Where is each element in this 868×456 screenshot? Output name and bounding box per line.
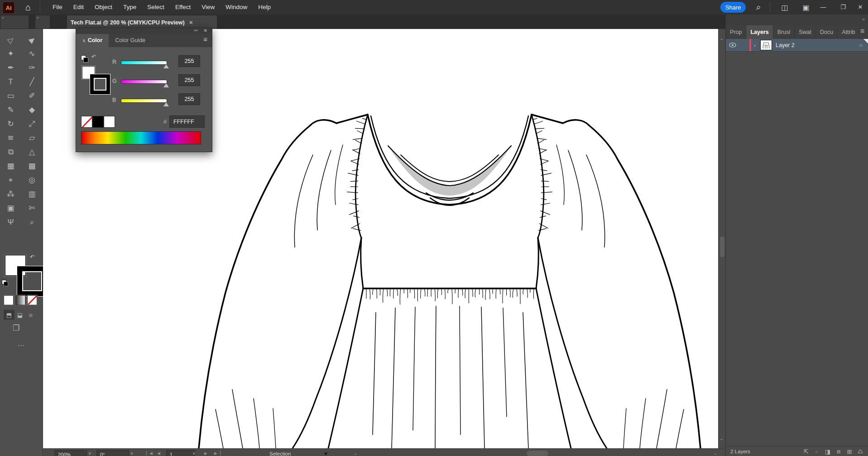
color-panel-titlebar[interactable]: «« ✕ <box>76 28 212 34</box>
layer-name[interactable]: Layer 2 <box>776 42 853 48</box>
window-restore-button[interactable]: ❐ <box>835 0 851 14</box>
green-value-field[interactable]: 255 <box>178 74 200 86</box>
panel-tab-prop[interactable]: Prop <box>726 25 746 39</box>
zoom-tool[interactable]: ⌕ <box>21 215 43 229</box>
stroke-proxy-swatch[interactable] <box>90 74 110 94</box>
expand-dock-icon[interactable]: » <box>862 16 865 22</box>
scroll-up-icon[interactable]: ⌃ <box>719 38 724 44</box>
menu-view[interactable]: View <box>196 0 220 14</box>
gradient-button[interactable] <box>15 295 25 305</box>
panel-tab-docu[interactable]: Docu <box>816 25 838 39</box>
free-transform-tool[interactable]: ▱ <box>21 131 43 145</box>
lasso-tool[interactable]: ∿ <box>21 47 43 61</box>
search-icon[interactable]: ⌕ <box>753 1 764 13</box>
magic-wand-tool[interactable]: ✦ <box>0 47 21 61</box>
window-minimize-button[interactable]: — <box>815 0 831 14</box>
horizontal-scroll-thumb[interactable] <box>527 451 548 456</box>
close-panel-icon[interactable]: ✕ <box>204 28 207 33</box>
default-colors-icon[interactable] <box>81 55 88 62</box>
new-sublayer-icon[interactable]: ⧈ <box>833 448 844 455</box>
symbol-sprayer-tool[interactable]: ⁂ <box>0 187 21 201</box>
toolbar-dock-header[interactable]: « <box>0 15 29 29</box>
first-artboard-icon[interactable]: ▏◀ <box>146 451 153 456</box>
rectangle-tool[interactable]: ▭ <box>0 89 21 103</box>
white-swatch[interactable] <box>104 116 115 128</box>
expand-dock-icon[interactable]: » <box>37 15 39 20</box>
blend-tool[interactable]: ◎ <box>21 173 43 187</box>
vertical-scroll-thumb[interactable] <box>720 236 724 257</box>
black-swatch[interactable] <box>92 116 104 128</box>
none-button[interactable] <box>27 295 37 305</box>
tab-close-icon[interactable]: ✕ <box>189 19 193 26</box>
rotation-dropdown-icon[interactable]: ∨ <box>130 451 134 456</box>
paintbrush-tool[interactable]: ✐ <box>21 89 43 103</box>
artboard-number-field[interactable]: 1 <box>166 450 195 456</box>
swap-fill-stroke-icon[interactable]: ↷ <box>30 254 35 260</box>
red-slider[interactable] <box>121 61 167 65</box>
gradient-tool[interactable]: ▩ <box>21 159 43 173</box>
shape-builder-tool[interactable]: ⧉ <box>0 145 21 159</box>
vertical-scrollbar[interactable]: ⌃ ⌄ <box>718 29 726 448</box>
previous-artboard-icon[interactable]: ◀ <box>157 451 160 456</box>
column-graph-tool[interactable]: ▥ <box>21 187 43 201</box>
pen-tool[interactable]: ✒ <box>0 61 21 75</box>
menu-help[interactable]: Help <box>253 0 276 14</box>
panel-tab-layers[interactable]: Layers <box>746 25 773 39</box>
panel-resize-grip[interactable] <box>139 146 149 149</box>
blue-slider[interactable] <box>121 99 167 103</box>
edit-toolbar-icon[interactable]: ⋯ <box>0 341 43 350</box>
scale-tool[interactable]: ⤢ <box>21 117 43 131</box>
draw-behind-icon[interactable]: ⬓ <box>14 310 25 320</box>
menu-type[interactable]: Type <box>118 0 142 14</box>
rotate-tool[interactable]: ↻ <box>0 117 21 131</box>
perspective-grid-tool[interactable]: △ <box>21 145 43 159</box>
scroll-down-icon[interactable]: ⌄ <box>719 436 724 442</box>
menu-file[interactable]: File <box>47 0 68 14</box>
layers-panel-menu-icon[interactable]: ≡ <box>860 27 864 35</box>
menu-select[interactable]: Select <box>142 0 170 14</box>
width-tool[interactable]: ≋ <box>0 131 21 145</box>
line-segment-tool[interactable]: ╱ <box>21 75 43 89</box>
menu-effect[interactable]: Effect <box>170 0 196 14</box>
blue-value-field[interactable]: 255 <box>178 93 200 105</box>
visibility-eye-icon[interactable] <box>726 43 739 48</box>
dock-grip[interactable] <box>8 23 21 26</box>
menu-edit[interactable]: Edit <box>68 0 89 14</box>
color-button[interactable] <box>4 295 14 305</box>
next-artboard-icon[interactable]: ▶ <box>204 451 207 456</box>
shaper-tool[interactable]: ✎ <box>0 103 21 117</box>
panel-tab-brusl[interactable]: Brusl <box>773 25 795 39</box>
hscroll-right-icon[interactable]: › <box>715 451 716 456</box>
draw-inside-icon[interactable]: ◙ <box>25 310 36 320</box>
layer-row-layer-2[interactable]: › Layer 2 ○ <box>726 39 868 52</box>
mesh-tool[interactable]: ▦ <box>0 159 21 173</box>
collapse-dock-icon[interactable]: « <box>2 15 4 20</box>
share-button[interactable]: Share <box>720 2 746 13</box>
collect-for-export-icon[interactable]: ⇱ <box>801 448 811 455</box>
tab-color-guide[interactable]: Color Guide <box>109 34 152 47</box>
green-slider-thumb[interactable] <box>163 83 169 87</box>
eraser-tool[interactable]: ◆ <box>21 103 43 117</box>
green-slider[interactable] <box>121 80 167 84</box>
panel-menu-icon[interactable]: ≡ <box>203 35 207 43</box>
rotation-field[interactable]: 0° <box>96 450 129 456</box>
secondary-dock-header[interactable]: » <box>35 15 50 29</box>
dock-grip[interactable] <box>38 23 47 26</box>
zoom-dropdown-icon[interactable]: ∨ <box>88 451 91 456</box>
color-spectrum-bar[interactable] <box>81 131 201 144</box>
artboard-dropdown-icon[interactable]: ∨ <box>192 451 196 456</box>
make-clipping-mask-icon[interactable]: ◨ <box>822 448 833 455</box>
artboard-tool[interactable]: ▣ <box>0 201 21 215</box>
hex-value-field[interactable]: FFFFFF <box>169 115 205 128</box>
red-value-field[interactable]: 255 <box>178 55 200 67</box>
eyedropper-tool[interactable]: ⌖ <box>0 173 21 187</box>
none-swatch[interactable] <box>81 116 92 128</box>
hscroll-left-icon[interactable]: ‹ <box>355 451 356 456</box>
collapse-panel-icon[interactable]: «« <box>194 28 197 33</box>
menu-window[interactable]: Window <box>220 0 253 14</box>
red-slider-thumb[interactable] <box>163 64 169 68</box>
hand-tool[interactable]: Ψ <box>0 215 21 229</box>
panel-tab-attrib[interactable]: Attrib <box>838 25 859 39</box>
blue-slider-thumb[interactable] <box>163 102 169 106</box>
default-fill-stroke-icon[interactable] <box>2 280 8 286</box>
